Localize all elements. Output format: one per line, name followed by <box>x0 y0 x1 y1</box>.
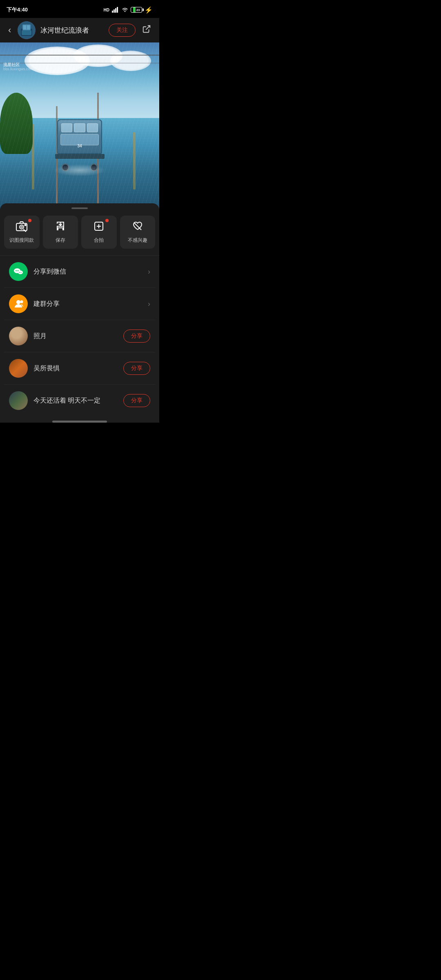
action-save[interactable]: 保存 <box>43 216 78 249</box>
svg-rect-9 <box>27 25 30 29</box>
share-group-item[interactable]: 建群分享 › <box>4 288 155 320</box>
wechat-avatar <box>9 262 28 281</box>
watermark-line2: bbs.liuxingws.com <box>3 67 33 71</box>
dislike-icon <box>132 220 143 234</box>
hd-badge: HD <box>104 8 109 12</box>
svg-point-14 <box>25 225 26 226</box>
action-label-collab: 合拍 <box>94 237 104 244</box>
save-icon <box>55 220 66 234</box>
wechat-label: 分享到微信 <box>33 267 142 276</box>
share-contact-3[interactable]: 今天还活着 明天不一定 分享 <box>4 385 155 416</box>
user-avatar[interactable] <box>18 21 36 39</box>
svg-point-13 <box>20 225 24 229</box>
contact-3-avatar <box>9 391 28 410</box>
action-label-save: 保存 <box>56 237 65 244</box>
svg-point-27 <box>21 272 22 273</box>
svg-point-4 <box>125 11 125 12</box>
group-avatar <box>9 294 28 313</box>
svg-point-26 <box>19 272 20 273</box>
svg-point-16 <box>21 226 22 228</box>
svg-rect-1 <box>114 9 115 13</box>
back-button[interactable]: ‹ <box>7 23 13 37</box>
share-button-2[interactable]: 分享 <box>123 362 150 375</box>
share-external-icon <box>142 24 151 33</box>
avatar-image <box>18 21 36 39</box>
share-list: 分享到微信 › 建群分享 › 照月 分享 <box>0 256 159 416</box>
svg-rect-3 <box>117 7 118 13</box>
wifi-icon <box>122 7 128 13</box>
badge-collab <box>105 219 109 222</box>
badge-image-search <box>28 219 31 222</box>
svg-point-25 <box>18 271 23 274</box>
share-contact-1[interactable]: 照月 分享 <box>4 320 155 352</box>
chevron-right-icon: › <box>148 267 150 276</box>
status-right: HD 23 ⚡ <box>104 6 153 14</box>
action-collab[interactable]: 合拍 <box>81 216 117 249</box>
external-link-button[interactable] <box>140 23 153 38</box>
svg-point-28 <box>16 300 20 304</box>
share-contact-2[interactable]: 吴所畏惧 分享 <box>4 352 155 385</box>
signal-icon <box>112 7 119 13</box>
contact-2-name: 吴所畏惧 <box>33 364 118 373</box>
action-image-search[interactable]: 识图搜同款 <box>4 216 40 249</box>
svg-rect-2 <box>115 8 116 13</box>
share-button-1[interactable]: 分享 <box>123 330 150 343</box>
svg-rect-0 <box>112 11 113 13</box>
action-not-interested[interactable]: 不感兴趣 <box>120 216 156 249</box>
share-button-3[interactable]: 分享 <box>123 394 150 407</box>
follow-button[interactable]: 关注 <box>109 24 136 37</box>
chevron-right-icon-2: › <box>148 300 150 308</box>
share-wechat-item[interactable]: 分享到微信 › <box>4 256 155 288</box>
user-name: 冰河世纪流浪者 <box>40 26 104 35</box>
wechat-icon <box>13 266 24 277</box>
action-row: 识图搜同款 保存 <box>0 216 159 256</box>
svg-point-29 <box>20 301 23 303</box>
tram-illustration: 34 <box>57 119 102 168</box>
svg-point-23 <box>16 270 17 272</box>
group-icon <box>13 298 24 309</box>
home-indicator <box>52 421 107 423</box>
camera-search-icon <box>16 220 28 234</box>
svg-point-24 <box>18 270 19 272</box>
battery-icon: 23 <box>131 7 142 13</box>
group-label: 建群分享 <box>33 300 142 308</box>
top-nav: ‹ 冰河世纪流浪者 关注 <box>0 18 159 42</box>
status-time: 下午4:40 <box>7 6 28 13</box>
status-bar: 下午4:40 HD 23 ⚡ <box>0 0 159 18</box>
collab-icon <box>93 220 105 234</box>
contact-1-avatar <box>9 327 28 345</box>
bottom-sheet: 识图搜同款 保存 <box>0 203 159 423</box>
sheet-handle <box>71 207 88 209</box>
action-label-image-search: 识图搜同款 <box>9 237 34 244</box>
contact-2-avatar <box>9 359 28 378</box>
svg-rect-10 <box>22 30 31 35</box>
svg-rect-8 <box>23 25 26 29</box>
action-label-not-interested: 不感兴趣 <box>128 237 147 244</box>
main-image: 34 流星社区 bbs.liuxingws.com <box>0 42 159 210</box>
svg-line-11 <box>146 26 150 30</box>
lightning-icon: ⚡ <box>145 6 153 14</box>
contact-1-name: 照月 <box>33 332 118 341</box>
contact-3-name: 今天还活着 明天不一定 <box>33 396 118 405</box>
